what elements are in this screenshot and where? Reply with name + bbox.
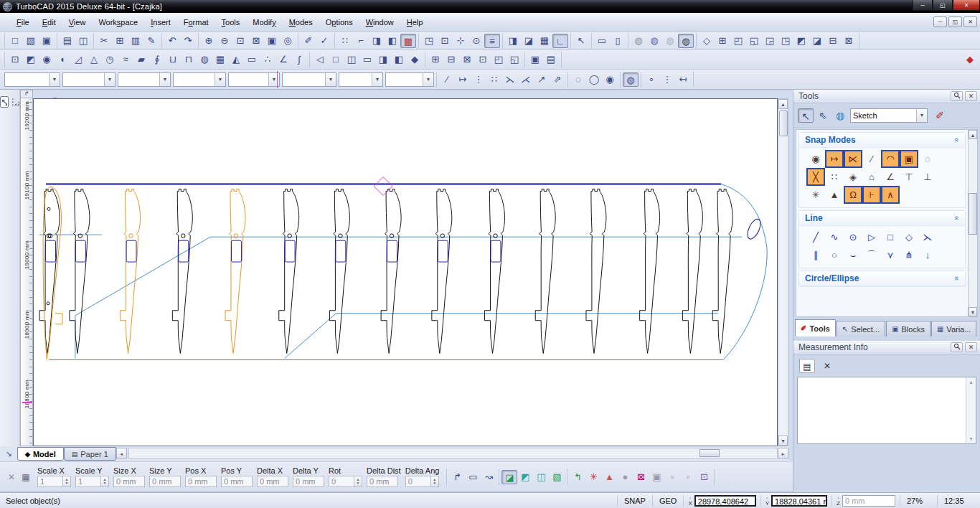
toolbar-icon[interactable]: ▰: [133, 52, 149, 67]
toolbar-icon[interactable]: □: [328, 52, 344, 67]
toolbar-icon[interactable]: ◎: [280, 34, 296, 48]
palette-tab-tools[interactable]: ✐Tools: [795, 319, 836, 337]
ruler-corner-button[interactable]: ↱: [20, 90, 33, 98]
spinner-control[interactable]: ▲▼: [63, 476, 71, 487]
toolbar-icon[interactable]: ◇: [699, 34, 715, 48]
line-tool-cell[interactable]: ⋎: [881, 246, 900, 264]
snap-mode-cell[interactable]: ◈: [844, 168, 862, 186]
selection-mode-icon[interactable]: ◩: [517, 470, 533, 484]
vertical-scroll-thumb[interactable]: [779, 110, 788, 136]
palette-tab-select[interactable]: ↖Select...: [837, 321, 885, 337]
toolbar-icon[interactable]: ∮: [149, 52, 165, 67]
wing-rib[interactable]: [640, 189, 660, 353]
toolbar-icon[interactable]: ▥: [128, 34, 143, 48]
wing-rib-drawing[interactable]: [34, 99, 777, 446]
wing-rib[interactable]: [172, 189, 192, 353]
toolbar-icon[interactable]: ◫: [344, 52, 359, 67]
toolbar-icon[interactable]: ⊡: [475, 52, 491, 67]
toolbar-icon[interactable]: ◳: [421, 34, 437, 48]
snap-setting-icon[interactable]: ↦: [455, 72, 471, 87]
field-value[interactable]: 0 mm: [149, 476, 181, 487]
toolbar-icon[interactable]: ◩: [23, 52, 39, 67]
chevron-down-icon[interactable]: ▼: [215, 73, 225, 86]
palette-close-icon[interactable]: ✕: [965, 91, 977, 101]
snap-mode-cell[interactable]: ∷: [825, 168, 844, 186]
palette-pin-icon[interactable]: [951, 342, 963, 352]
menu-insert[interactable]: Insert: [144, 16, 177, 29]
snap-mode-cell[interactable]: ⋉: [844, 150, 862, 168]
selection-mode-icon[interactable]: ⊡: [696, 470, 712, 484]
snap-setting-icon[interactable]: ∷: [486, 72, 502, 87]
measurement-toolbar-icon[interactable]: ✕: [819, 359, 835, 373]
toolbar-icon[interactable]: ⊔: [165, 52, 181, 67]
snap-setting-icon[interactable]: ◉: [602, 72, 618, 87]
snap-mode-cell[interactable]: ⊥: [918, 168, 937, 186]
toolbar-icon[interactable]: ◨: [375, 52, 391, 67]
property-combobox-1[interactable]: ▼: [4, 72, 60, 87]
toolbar-icon[interactable]: ∟: [552, 34, 568, 48]
tab-model[interactable]: ◆ Model: [17, 447, 64, 461]
field-value[interactable]: 0 mm: [113, 476, 145, 487]
toolbar-icon[interactable]: ▭: [594, 34, 610, 48]
snap-mode-cell[interactable]: ◠: [881, 150, 900, 168]
drawing-tool-icon[interactable]: ⋮: [9, 97, 17, 107]
toolbar-icon[interactable]: ◪: [809, 34, 825, 48]
toolbar-icon[interactable]: ◿: [70, 52, 86, 67]
toolbar-icon[interactable]: ▭: [244, 52, 260, 67]
close-button[interactable]: ✕: [953, 0, 980, 11]
snap-setting-icon[interactable]: ∘: [644, 72, 659, 87]
selection-mode-icon[interactable]: ↱: [449, 470, 465, 484]
toolbar-icon[interactable]: ⊡: [232, 34, 248, 48]
toolbar-icon[interactable]: ▦: [212, 52, 228, 67]
selection-mode-icon[interactable]: ◪: [501, 470, 517, 484]
snap-mode-cell[interactable]: ▲: [825, 186, 844, 204]
app-icon[interactable]: 2015: [3, 2, 12, 11]
toolbar-icon[interactable]: ⊠: [841, 34, 857, 48]
snap-mode-cell[interactable]: ✳: [806, 186, 825, 204]
palette-scroll-thumb[interactable]: [969, 193, 977, 235]
toolbar-icon[interactable]: ≈: [118, 52, 133, 67]
toolbar-icon[interactable]: ◍: [662, 34, 678, 48]
menu-view[interactable]: View: [62, 16, 93, 29]
property-combobox-8[interactable]: ▼: [385, 72, 434, 87]
drawing-canvas[interactable]: [33, 98, 778, 446]
toolbar-icon[interactable]: ≡: [484, 34, 500, 48]
snap-mode-cell[interactable]: ◉: [806, 150, 825, 168]
snap-setting-icon[interactable]: ⇗: [550, 72, 565, 87]
snap-setting-icon[interactable]: ⋮: [659, 72, 675, 87]
menu-modes[interactable]: Modes: [283, 16, 319, 29]
toolbar-icon[interactable]: ◍: [646, 34, 662, 48]
wing-rib[interactable]: [432, 189, 452, 353]
menu-format[interactable]: Format: [177, 16, 215, 29]
field-value[interactable]: 0: [329, 476, 354, 487]
property-combobox-2[interactable]: ▼: [62, 72, 116, 87]
toolbar-icon[interactable]: ⊙: [468, 34, 484, 48]
toolbar-icon[interactable]: ▦: [537, 34, 552, 48]
toolbar-icon[interactable]: ◧: [385, 34, 400, 48]
brush-style-icon[interactable]: ✐: [932, 108, 948, 123]
snap-setting-icon[interactable]: ↤: [675, 72, 691, 87]
line-tool-cell[interactable]: ○: [825, 246, 844, 264]
line-tool-cell[interactable]: ╱: [806, 228, 825, 246]
selection-mode-icon[interactable]: ◫: [533, 470, 549, 484]
snap-mode-cell[interactable]: ∠: [881, 168, 900, 186]
toolbar-icon[interactable]: ⊟: [825, 34, 841, 48]
snap-mode-cell[interactable]: ▣: [900, 150, 918, 168]
wing-rib[interactable]: [279, 189, 299, 353]
measurement-output-area[interactable]: ▲ ▼: [797, 377, 976, 444]
toolbar-icon[interactable]: ✐: [301, 34, 316, 48]
wing-rib[interactable]: [121, 189, 141, 353]
toolbar-icon[interactable]: ⊡: [7, 52, 23, 67]
selection-mode-icon[interactable]: ↝: [481, 470, 496, 484]
toolbar-icon[interactable]: ◍: [631, 34, 646, 48]
mdi-close-button[interactable]: ✕: [963, 17, 977, 27]
palette-tool-icon[interactable]: ◍: [832, 108, 848, 123]
line-tool-cell[interactable]: ↓: [918, 246, 937, 264]
snap-mode-cell[interactable]: ╳: [806, 168, 825, 186]
toolbar-icon[interactable]: ▤: [543, 52, 559, 67]
toolbar-icon[interactable]: ✂: [96, 34, 112, 48]
palette-tab-blocks[interactable]: ▣Blocks: [886, 321, 930, 337]
toolbar-icon[interactable]: ⊠: [459, 52, 475, 67]
restore-button[interactable]: ◱: [933, 0, 953, 11]
toolbar-icon[interactable]: ↖: [573, 34, 589, 48]
